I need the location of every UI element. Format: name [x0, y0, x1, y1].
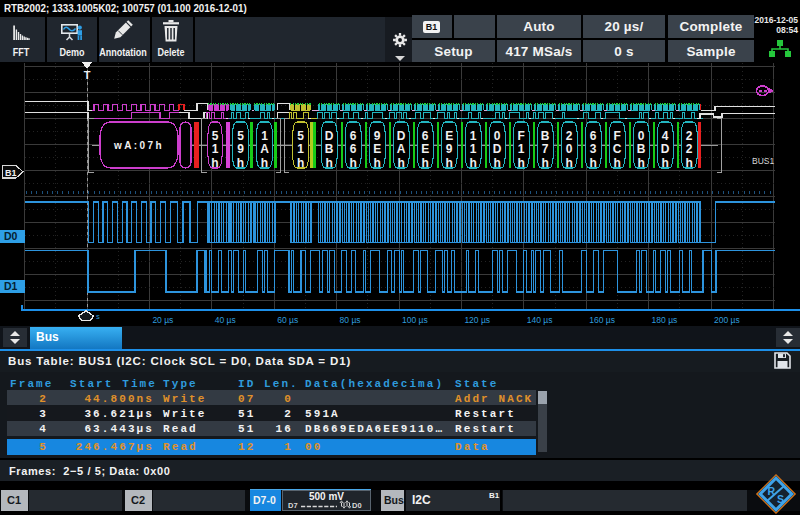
svg-text:0: 0 [494, 129, 501, 143]
svg-text:2: 2 [686, 129, 693, 143]
svg-text:1: 1 [297, 142, 304, 156]
svg-text:R: R [768, 485, 776, 497]
svg-text:A: A [260, 142, 269, 156]
svg-text:1: 1 [518, 142, 525, 156]
svg-text:1: 1 [212, 142, 219, 156]
svg-text:9: 9 [446, 142, 453, 156]
svg-text:140 µs: 140 µs [527, 315, 553, 325]
svg-text:BUS1: BUS1 [752, 156, 774, 166]
svg-text:h: h [350, 156, 357, 170]
svg-text:h: h [422, 156, 429, 170]
svg-text:120 µs: 120 µs [464, 315, 490, 325]
svg-text:6: 6 [350, 129, 357, 143]
svg-text:4: 4 [662, 129, 669, 143]
svg-text:h: h [542, 156, 549, 170]
svg-text:C: C [613, 142, 622, 156]
svg-text:F: F [614, 129, 621, 143]
svg-text:9: 9 [237, 142, 244, 156]
svg-text:h: h [518, 156, 525, 170]
svg-text:D1: D1 [4, 280, 18, 292]
svg-text:60 µs: 60 µs [277, 315, 298, 325]
svg-text:7: 7 [542, 142, 549, 156]
svg-text:D: D [325, 129, 334, 143]
svg-text:D0: D0 [4, 230, 18, 242]
svg-text:3: 3 [590, 142, 597, 156]
svg-text:E: E [373, 142, 381, 156]
svg-text:A: A [397, 142, 406, 156]
svg-text:2: 2 [566, 129, 573, 143]
svg-text:F: F [518, 129, 525, 143]
svg-text:20 µs: 20 µs [152, 315, 173, 325]
svg-text:B: B [325, 142, 334, 156]
svg-text:D: D [493, 142, 502, 156]
svg-text:0: 0 [638, 129, 645, 143]
svg-text:2: 2 [686, 142, 693, 156]
svg-text:9: 9 [374, 129, 381, 143]
svg-text:B: B [541, 129, 550, 143]
svg-text:180 µs: 180 µs [652, 315, 678, 325]
svg-text:h: h [494, 156, 501, 170]
svg-text:h: h [446, 156, 453, 170]
svg-text:6: 6 [350, 142, 357, 156]
svg-text:h: h [261, 156, 268, 170]
svg-text:h: h [297, 156, 304, 170]
svg-text:100 µs: 100 µs [402, 315, 428, 325]
svg-text:5: 5 [297, 129, 304, 143]
svg-text:E: E [421, 142, 429, 156]
svg-text:40 µs: 40 µs [215, 315, 236, 325]
svg-text:1: 1 [261, 129, 268, 143]
svg-text:E: E [445, 129, 453, 143]
svg-text:6: 6 [590, 129, 597, 143]
svg-text:h: h [566, 156, 573, 170]
svg-text:160 µs: 160 µs [589, 315, 615, 325]
svg-text:1: 1 [470, 142, 477, 156]
svg-text:D: D [661, 142, 670, 156]
svg-text:h: h [374, 156, 381, 170]
svg-text:h: h [614, 156, 621, 170]
svg-text:h: h [590, 156, 597, 170]
svg-text:0: 0 [566, 142, 573, 156]
svg-text:h: h [662, 156, 669, 170]
svg-text:h: h [326, 156, 333, 170]
svg-text:h: h [686, 156, 693, 170]
svg-text:h: h [237, 156, 244, 170]
svg-text:h: h [638, 156, 645, 170]
svg-text:5: 5 [212, 129, 219, 143]
svg-text:wA:07h: wA:07h [113, 140, 164, 151]
svg-text:1: 1 [470, 129, 477, 143]
svg-text:80 µs: 80 µs [340, 315, 361, 325]
svg-text:B1: B1 [5, 168, 17, 178]
svg-text:h: h [398, 156, 405, 170]
svg-text:200 µs: 200 µs [714, 315, 740, 325]
svg-text:h: h [211, 156, 218, 170]
svg-text:B: B [637, 142, 646, 156]
svg-text:T: T [84, 69, 91, 81]
svg-text:5: 5 [237, 129, 244, 143]
svg-text:s: s [96, 312, 100, 321]
svg-text:D: D [397, 129, 406, 143]
svg-text:S: S [777, 493, 784, 505]
svg-text:6: 6 [422, 129, 429, 143]
svg-text:h: h [470, 156, 477, 170]
